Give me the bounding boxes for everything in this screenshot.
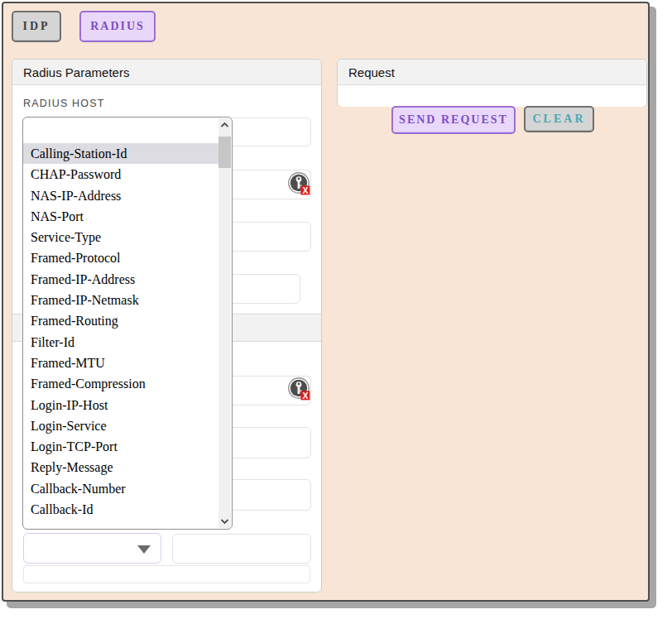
request-title: Request — [338, 60, 646, 85]
dropdown-items: Calling-Station-IdCHAP-PasswordNAS-IP-Ad… — [23, 118, 218, 529]
request-input[interactable] — [338, 85, 646, 107]
dropdown-item[interactable]: CHAP-Password — [23, 164, 218, 185]
request-body — [338, 85, 646, 107]
tab-idp[interactable]: IDP — [12, 11, 61, 42]
radius-parameters-title: Radius Parameters — [12, 60, 321, 85]
send-request-button[interactable]: SEND REQUEST — [391, 106, 516, 134]
chevron-down-icon — [137, 545, 151, 554]
dropdown-item[interactable]: Calling-Station-Id — [23, 143, 218, 164]
svg-text:X: X — [302, 185, 308, 195]
request-panel: Request — [337, 59, 647, 107]
dropdown-scrollbar[interactable] — [218, 118, 231, 528]
scroll-down-button[interactable] — [218, 515, 231, 528]
dropdown-item[interactable]: Framed-Routing — [23, 310, 218, 331]
dropdown-item[interactable]: NAS-Port — [23, 206, 218, 227]
dropdown-item[interactable]: Login-Service — [23, 415, 218, 436]
dropdown-item[interactable]: Login-IP-Host — [23, 395, 218, 415]
chevron-up-icon — [220, 122, 229, 128]
dropdown-item[interactable]: Callback-Id — [23, 499, 218, 520]
dropdown-item[interactable]: Framed-IP-Address — [23, 269, 218, 290]
attribute-select[interactable] — [23, 533, 161, 564]
app-window: IDP RADIUS Radius Parameters RADIUS HOST… — [2, 2, 650, 602]
clear-button[interactable]: CLEAR — [524, 106, 594, 132]
scrollbar-thumb[interactable] — [218, 137, 231, 168]
dropdown-item[interactable]: Login-TCP-Port — [23, 436, 218, 457]
dropdown-item[interactable] — [23, 118, 218, 143]
svg-text:X: X — [302, 391, 308, 401]
attribute-value-input[interactable] — [172, 534, 311, 564]
dropdown-item[interactable]: Callback-Number — [23, 478, 218, 499]
scroll-up-button[interactable] — [218, 118, 231, 132]
dropdown-item[interactable]: Service-Type — [23, 227, 218, 247]
chevron-down-icon — [220, 518, 229, 525]
attribute-dropdown-list[interactable]: Calling-Station-IdCHAP-PasswordNAS-IP-Ad… — [22, 117, 233, 530]
dropdown-item[interactable]: Filter-Id — [23, 332, 218, 353]
dropdown-item[interactable]: Framed-IP-Netmask — [23, 290, 218, 310]
tab-radius[interactable]: RADIUS — [79, 11, 156, 42]
dropdown-item[interactable]: Framed-Protocol — [23, 247, 218, 268]
dropdown-item[interactable]: Framed-MTU — [23, 353, 218, 373]
key-x-icon[interactable]: X — [288, 377, 310, 401]
extra-wide-input[interactable] — [23, 565, 310, 583]
dropdown-item[interactable]: Framed-Compression — [23, 373, 218, 394]
dropdown-item[interactable]: Reply-Message — [23, 457, 218, 477]
radius-host-label: RADIUS HOST — [23, 98, 105, 109]
dropdown-item[interactable]: NAS-IP-Address — [23, 185, 218, 206]
key-x-icon[interactable]: X — [288, 172, 310, 195]
